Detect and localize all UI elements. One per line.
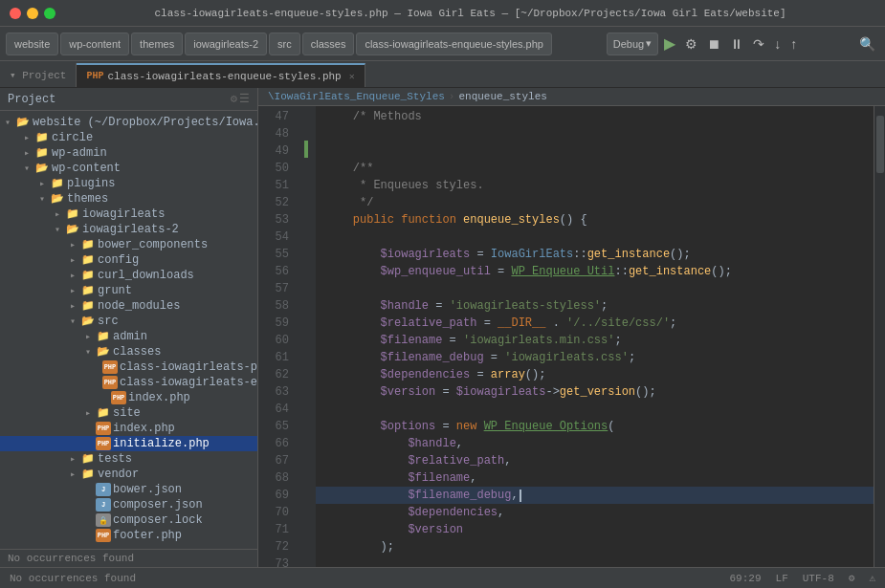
iowagirleats2-btn[interactable]: iowagirleats-2 xyxy=(185,33,267,55)
status-position[interactable]: 69:29 xyxy=(730,573,762,584)
src-btn[interactable]: src xyxy=(269,33,300,55)
code-line-66: $handle, xyxy=(316,435,874,452)
tree-item-site[interactable]: site xyxy=(0,405,257,421)
pause-button[interactable]: ⏸ xyxy=(726,33,747,55)
close-button[interactable] xyxy=(10,8,21,19)
label-tests: tests xyxy=(98,452,132,466)
folder-icon-vendor xyxy=(80,468,96,481)
debug-button[interactable]: Debug ▾ xyxy=(607,33,658,55)
tree-item-iowagirleats[interactable]: iowagirleats xyxy=(0,207,257,222)
code-line-61: $filename_debug = 'iowagirleats.css'; xyxy=(316,349,874,366)
website-btn[interactable]: website xyxy=(6,33,58,55)
folder-icon-bower-components xyxy=(80,238,96,251)
tree-item-class-e[interactable]: PHP class-iowagirleats-e xyxy=(0,375,257,390)
code-line-53: public function enqueue_styles() { xyxy=(316,211,874,229)
tree-item-bower-json[interactable]: J bower.json xyxy=(0,482,257,497)
code-line-68: $filename, xyxy=(316,469,874,487)
tree-item-index-src[interactable]: PHP index.php xyxy=(0,421,257,436)
lock-icon-composer: 🔒 xyxy=(96,513,111,527)
main-content: Project ⚙ ☰ website (~/Dropbox/Projects/… xyxy=(0,88,885,567)
folder-icon-curl-downloads xyxy=(80,269,96,282)
code-line-67: $relative_path, xyxy=(316,452,874,469)
sidebar-header: Project ⚙ ☰ xyxy=(0,88,257,111)
file-btn[interactable]: class-iowagirleats-enqueue-styles.php xyxy=(356,33,551,55)
tree-item-class-p[interactable]: PHP class-iowagirleats-p xyxy=(0,359,257,375)
tree-item-footer[interactable]: PHP footer.php xyxy=(0,528,257,543)
minimize-button[interactable] xyxy=(27,8,38,19)
tree-item-curl-downloads[interactable]: curl_downloads xyxy=(0,268,257,283)
php-icon-class-p: PHP xyxy=(102,360,118,374)
code-line-52: */ xyxy=(316,194,874,211)
label-bower-components: bower_components xyxy=(98,238,208,251)
right-gutter[interactable] xyxy=(874,106,885,567)
sidebar-title: Project xyxy=(8,93,55,106)
status-settings-icon[interactable]: ⚙ xyxy=(849,572,855,584)
step-out-button[interactable]: ↑ xyxy=(786,33,801,55)
tree-item-tests[interactable]: tests xyxy=(0,451,257,467)
file-tab[interactable]: PHP class-iowagirleats-enqueue-styles.ph… xyxy=(77,63,365,87)
step-into-button[interactable]: ↓ xyxy=(770,33,785,55)
code-line-54 xyxy=(316,229,874,246)
bc-method: enqueue_styles xyxy=(458,91,546,102)
label-admin: admin xyxy=(113,330,147,343)
tree-item-composer-json[interactable]: J composer.json xyxy=(0,497,257,512)
maximize-button[interactable] xyxy=(44,8,55,19)
themes-btn[interactable]: themes xyxy=(131,33,183,55)
tree-item-iowagirleats-2[interactable]: iowagirleats-2 xyxy=(0,222,257,237)
arrow-wp-content xyxy=(19,163,34,174)
tree-item-admin[interactable]: admin xyxy=(0,329,257,344)
arrow-admin xyxy=(80,331,96,342)
code-line-73 xyxy=(316,555,874,567)
tree-item-initialize[interactable]: PHP initialize.php xyxy=(0,436,257,451)
classes-btn[interactable]: classes xyxy=(302,33,355,55)
label-iowagirleats: iowagirleats xyxy=(82,207,165,221)
tree-item-config[interactable]: config xyxy=(0,252,257,268)
label-wp-content: wp-content xyxy=(52,162,121,175)
tree-item-website[interactable]: website (~/Dropbox/Projects/Iowa... xyxy=(0,115,257,130)
tree-item-wp-content[interactable]: wp-content xyxy=(0,161,257,176)
label-iowagirleats-2: iowagirleats-2 xyxy=(82,223,179,236)
run-button[interactable]: ▶ xyxy=(660,33,679,55)
tree-item-vendor[interactable]: vendor xyxy=(0,467,257,482)
tab-close-icon[interactable]: ✕ xyxy=(349,71,355,82)
tree-item-wp-admin[interactable]: wp-admin xyxy=(0,145,257,161)
label-bower-json: bower.json xyxy=(113,483,182,496)
wp-content-btn[interactable]: wp-content xyxy=(60,33,129,55)
tab-bar: ▾ Project PHP class-iowagirleats-enqueue… xyxy=(0,61,885,88)
arrow-circle xyxy=(19,132,34,143)
settings-icon[interactable]: ⚙ xyxy=(231,92,237,106)
label-config: config xyxy=(98,253,139,267)
tree-item-node-modules[interactable]: node_modules xyxy=(0,298,257,314)
project-tab[interactable]: ▾ Project xyxy=(0,63,77,87)
json-icon-composer: J xyxy=(96,498,111,512)
folder-icon-src xyxy=(80,315,96,328)
code-line-47: /* Methods xyxy=(316,108,874,125)
build-button[interactable]: ⚙ xyxy=(681,33,701,55)
search-button[interactable]: 🔍 xyxy=(855,33,879,55)
status-encoding[interactable]: UTF-8 xyxy=(803,573,834,584)
folder-icon-themes xyxy=(50,192,65,206)
folder-icon-website xyxy=(15,116,31,129)
collapse-icon[interactable]: ☰ xyxy=(239,92,250,106)
status-line-ending[interactable]: LF xyxy=(776,573,788,584)
tree-item-composer-lock[interactable]: 🔒 composer.lock xyxy=(0,512,257,528)
step-over-button[interactable]: ↷ xyxy=(749,33,768,55)
tree-item-index-classes[interactable]: PHP index.php xyxy=(0,390,257,405)
code-line-72: ); xyxy=(316,538,874,555)
tree-item-classes[interactable]: classes xyxy=(0,344,257,359)
tree-item-circle[interactable]: circle xyxy=(0,130,257,145)
file-tab-label: class-iowagirleats-enqueue-styles.php xyxy=(107,71,341,82)
label-classes: classes xyxy=(113,345,161,359)
code-line-60: $filename = 'iowagirleats.min.css'; xyxy=(316,332,874,349)
tree-item-themes[interactable]: themes xyxy=(0,191,257,207)
arrow-grunt xyxy=(65,285,80,296)
code-content[interactable]: /* Methods /** * Enqueues styles. */ pub… xyxy=(316,106,874,567)
code-area[interactable]: 47 48 49 50 51 52 53 54 55 56 57 58 59 6… xyxy=(258,106,885,567)
tree-item-bower-components[interactable]: bower_components xyxy=(0,237,257,252)
json-icon-bower: J xyxy=(96,483,111,496)
stop-button[interactable]: ⏹ xyxy=(703,33,724,55)
tree-item-grunt[interactable]: grunt xyxy=(0,283,257,298)
arrow-curl-downloads xyxy=(65,270,80,281)
tree-item-plugins[interactable]: plugins xyxy=(0,176,257,191)
tree-item-src[interactable]: src xyxy=(0,314,257,329)
